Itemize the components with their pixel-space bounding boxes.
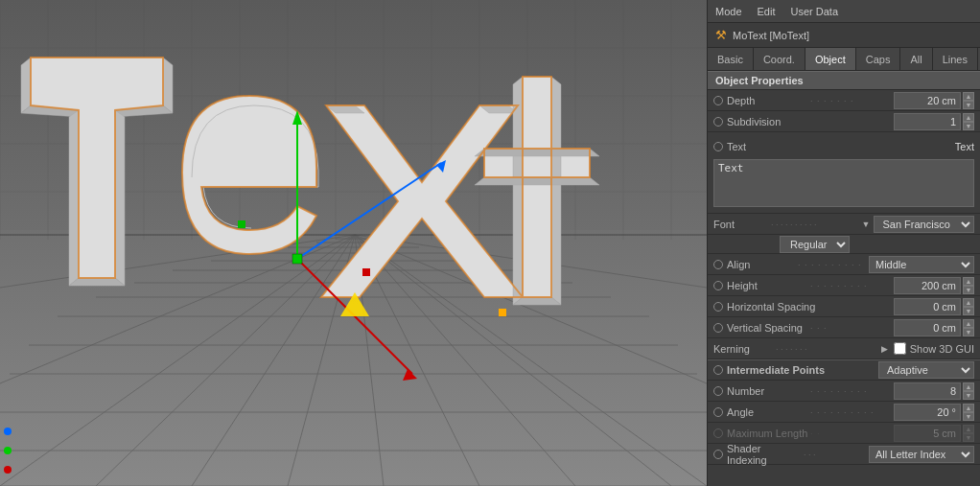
vspacing-down[interactable]: ▼ — [963, 328, 974, 336]
vspacing-input[interactable] — [894, 319, 961, 336]
svg-rect-78 — [238, 220, 245, 228]
text-label: Text — [727, 141, 947, 152]
hspacing-input[interactable] — [894, 298, 961, 315]
subdivision-spinner: ▲ ▼ — [963, 113, 974, 130]
maxlength-value: ▲ ▼ — [894, 425, 974, 442]
hspacing-label: Horizontal Spacing — [727, 301, 894, 312]
properties-content: Object Properties Depth · · · · · · · ▲ … — [708, 71, 980, 486]
svg-point-83 — [4, 447, 12, 454]
number-label: Number — [727, 385, 810, 397]
align-select[interactable]: Middle — [869, 256, 974, 273]
hspacing-spinner: ▲ ▼ — [963, 298, 974, 315]
svg-marker-56 — [69, 278, 125, 286]
height-dots: · · · · · · · · · — [810, 281, 894, 290]
svg-marker-51 — [163, 58, 173, 113]
depth-down[interactable]: ▼ — [963, 101, 974, 109]
angle-spinner: ▲ ▼ — [963, 404, 974, 421]
prop-shader-indexing: Shader Indexing · · · All Letter Index — [708, 444, 980, 465]
svg-rect-80 — [499, 309, 506, 316]
show-3d-gui-checkbox[interactable] — [894, 342, 906, 355]
subdivision-input[interactable] — [894, 113, 961, 130]
tab-object[interactable]: Object — [805, 48, 856, 70]
height-down[interactable]: ▼ — [963, 286, 974, 294]
angle-label: Angle — [727, 406, 810, 418]
subdivision-indicator — [713, 117, 723, 127]
inter-label: Intermediate Points — [727, 364, 825, 376]
tab-lines[interactable]: Lines — [933, 48, 978, 70]
svg-marker-66 — [475, 177, 599, 185]
depth-dots: · · · · · · · — [810, 96, 894, 105]
vspacing-value: ▲ ▼ — [894, 319, 974, 336]
svg-marker-65 — [475, 149, 599, 156]
height-value: ▲ ▼ — [894, 277, 974, 294]
hspacing-indicator — [713, 302, 723, 312]
angle-indicator — [713, 407, 723, 417]
hspacing-up[interactable]: ▲ — [963, 298, 974, 307]
angle-down[interactable]: ▼ — [963, 412, 974, 421]
prop-height: Height · · · · · · · · · ▲ ▼ — [708, 275, 980, 296]
font-style-select[interactable]: Regular — [780, 236, 850, 253]
depth-up[interactable]: ▲ — [963, 92, 974, 101]
kerning-arrow-icon[interactable]: ▶ — [881, 344, 888, 354]
number-input[interactable] — [894, 382, 961, 400]
prop-number: Number · · · · · · · · · ▲ ▼ — [708, 381, 980, 402]
vspacing-up[interactable]: ▲ — [963, 319, 974, 328]
font-dots: · · · · · · · · · · — [771, 220, 862, 229]
prop-intermediate-points: Intermediate Points Adaptive — [708, 359, 980, 381]
subdivision-value: ▲ ▼ — [894, 113, 974, 130]
shader-label: Shader Indexing — [727, 443, 804, 466]
align-value: Middle — [869, 256, 974, 273]
menu-user-data[interactable]: User Data — [791, 6, 839, 17]
menu-edit[interactable]: Edit — [758, 6, 776, 17]
prop-depth: Depth · · · · · · · ▲ ▼ — [708, 90, 980, 111]
number-up[interactable]: ▲ — [963, 382, 974, 391]
tab-caps[interactable]: Caps — [856, 48, 901, 70]
tab-basic[interactable]: Basic — [708, 48, 754, 70]
shader-indicator — [713, 450, 723, 459]
hspacing-down[interactable]: ▼ — [963, 307, 974, 315]
font-arrow-icon[interactable]: ▼ — [862, 220, 871, 229]
font-select[interactable]: San Francisco — [874, 216, 974, 233]
number-down[interactable]: ▼ — [963, 391, 974, 400]
angle-dots: · · · · · · · · · · — [810, 407, 894, 417]
vspacing-spinner: ▲ ▼ — [963, 319, 974, 336]
viewport[interactable] — [0, 0, 707, 486]
prop-text: Text Text Text — [708, 132, 980, 214]
svg-rect-79 — [362, 268, 370, 276]
properties-panel: Mode Edit User Data ⚒ MoText [MoText] Ba… — [707, 0, 980, 486]
tab-bar: Basic Coord. Object Caps All Lines W — [708, 48, 980, 71]
tab-coord[interactable]: Coord. — [754, 48, 805, 70]
inter-select[interactable]: Adaptive — [878, 361, 974, 379]
vspacing-indicator — [713, 323, 723, 333]
text-input[interactable]: Text — [713, 159, 974, 207]
menu-mode[interactable]: Mode — [715, 6, 742, 17]
height-up[interactable]: ▲ — [963, 277, 974, 286]
svg-point-84 — [4, 428, 12, 435]
svg-marker-63 — [551, 77, 561, 305]
prop-horizontal-spacing: Horizontal Spacing ▲ ▼ — [708, 296, 980, 317]
depth-input[interactable] — [894, 92, 961, 109]
prop-angle: Angle · · · · · · · · · · ▲ ▼ — [708, 402, 980, 423]
number-value: ▲ ▼ — [894, 382, 974, 400]
depth-spinner: ▲ ▼ — [963, 92, 974, 109]
tab-all[interactable]: All — [900, 48, 932, 70]
maxlength-down: ▼ — [963, 433, 974, 442]
viewport-canvas — [0, 0, 707, 486]
prop-align: Align · · · · · · · · · · Middle — [708, 254, 980, 275]
angle-value: ▲ ▼ — [894, 404, 974, 421]
height-input[interactable] — [894, 277, 961, 294]
maxlength-spinner: ▲ ▼ — [963, 425, 974, 442]
subdivision-down[interactable]: ▼ — [963, 122, 974, 130]
vspacing-dots: · · · — [810, 323, 894, 333]
angle-input[interactable] — [894, 404, 961, 421]
maxlength-indicator — [713, 428, 723, 438]
svg-rect-77 — [292, 254, 302, 264]
depth-indicator — [713, 96, 723, 105]
text-label-row: Text Text — [713, 136, 974, 157]
angle-up[interactable]: ▲ — [963, 404, 974, 412]
shader-select[interactable]: All Letter Index — [869, 446, 974, 463]
maxlength-label: Maximum Length — [727, 428, 810, 439]
svg-point-82 — [4, 466, 12, 474]
subdivision-up[interactable]: ▲ — [963, 113, 974, 122]
number-indicator — [713, 386, 723, 396]
